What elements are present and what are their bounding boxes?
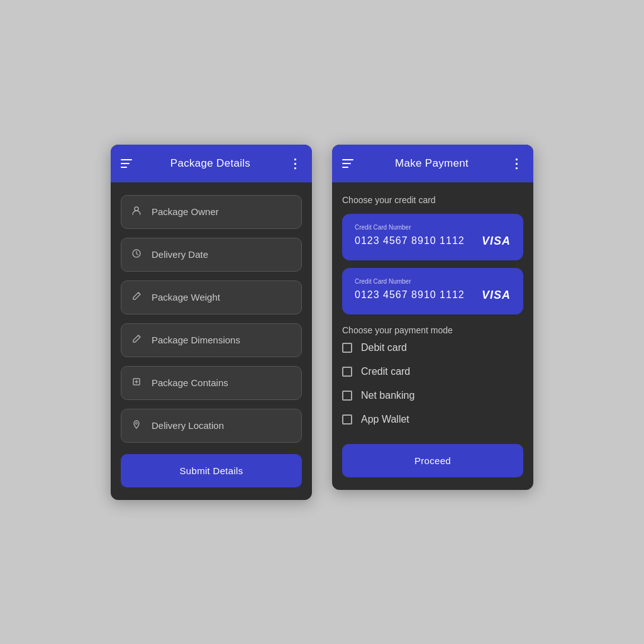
payment-mode-section: Choose your payment mode Debit card Cred… (342, 325, 523, 431)
net-banking-checkbox[interactable] (342, 391, 352, 401)
delivery-location-label: Delivery Location (152, 420, 224, 431)
make-payment-title: Make Payment (395, 157, 469, 170)
payment-menu-icon[interactable] (342, 159, 353, 168)
package-contains-label: Package Contains (152, 377, 228, 388)
credit-card-label: Credit card (361, 366, 410, 377)
credit-card-section-label: Choose your credit card (342, 195, 523, 205)
card-1-number-label: Credit Card Number (355, 224, 511, 231)
app-wallet-checkbox[interactable] (342, 414, 352, 425)
menu-icon[interactable] (121, 159, 132, 168)
package-dimensions-field[interactable]: Package Dimensions (121, 323, 302, 357)
card-1-number: 0123 4567 8910 1112 (355, 235, 465, 247)
pencil-icon (130, 291, 143, 304)
net-banking-option[interactable]: Net banking (342, 384, 523, 408)
package-details-body: Package Owner Delivery Date Package (111, 182, 312, 500)
make-payment-screen: Make Payment ⋮ Choose your credit card C… (332, 145, 533, 490)
credit-card-checkbox[interactable] (342, 367, 352, 377)
edit-icon (130, 377, 143, 389)
credit-card-2[interactable]: Credit Card Number 0123 4567 8910 1112 V… (342, 268, 523, 314)
person-icon (130, 206, 143, 218)
payment-more-options-icon[interactable]: ⋮ (510, 156, 523, 171)
debit-card-checkbox[interactable] (342, 343, 352, 353)
package-contains-field[interactable]: Package Contains (121, 366, 302, 400)
card-2-brand: VISA (482, 289, 511, 302)
debit-card-label: Debit card (361, 342, 407, 353)
clock-icon (130, 248, 143, 261)
package-weight-label: Package Weight (152, 292, 220, 303)
credit-card-1[interactable]: Credit Card Number 0123 4567 8910 1112 V… (342, 214, 523, 260)
package-dimensions-label: Package Dimensions (152, 335, 240, 345)
package-details-screen: Package Details ⋮ Package Owner (111, 145, 312, 500)
card-1-brand: VISA (482, 235, 511, 248)
debit-card-option[interactable]: Debit card (342, 336, 523, 360)
card-2-number: 0123 4567 8910 1112 (355, 289, 465, 301)
delivery-location-field[interactable]: Delivery Location (121, 409, 302, 443)
make-payment-header: Make Payment ⋮ (332, 145, 533, 182)
package-owner-field[interactable]: Package Owner (121, 195, 302, 229)
package-owner-label: Package Owner (152, 206, 219, 217)
app-wallet-label: App Wallet (361, 414, 409, 425)
svg-point-3 (136, 422, 138, 424)
screens-container: Package Details ⋮ Package Owner (86, 119, 558, 525)
payment-body: Choose your credit card Credit Card Numb… (332, 182, 533, 490)
package-details-title: Package Details (170, 157, 250, 170)
ruler-icon (130, 334, 143, 347)
package-weight-field[interactable]: Package Weight (121, 280, 302, 314)
card-2-number-label: Credit Card Number (355, 278, 511, 285)
delivery-date-field[interactable]: Delivery Date (121, 238, 302, 272)
proceed-button[interactable]: Proceed (342, 444, 523, 477)
svg-point-0 (135, 207, 138, 211)
credit-card-option[interactable]: Credit card (342, 360, 523, 384)
delivery-date-label: Delivery Date (152, 249, 208, 260)
net-banking-label: Net banking (361, 390, 414, 401)
more-options-icon[interactable]: ⋮ (289, 156, 302, 171)
package-details-header: Package Details ⋮ (111, 145, 312, 182)
submit-details-button[interactable]: Submit Details (121, 454, 302, 487)
app-wallet-option[interactable]: App Wallet (342, 408, 523, 431)
payment-mode-label: Choose your payment mode (342, 325, 453, 335)
location-icon (130, 419, 143, 432)
